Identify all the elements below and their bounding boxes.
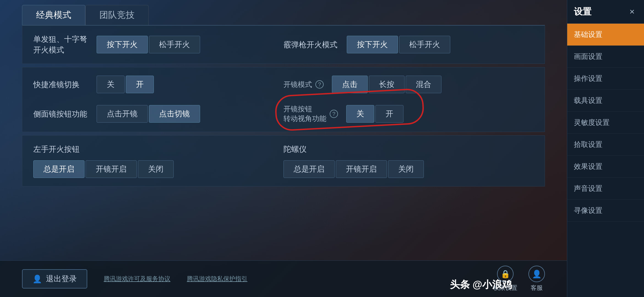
scope-mode-tap-btn[interactable]: 点击 bbox=[332, 76, 368, 93]
rotate-view-setting: 开镜按钮 转动视角功能 ? 关 开 bbox=[283, 104, 534, 123]
sidebar-item-display[interactable]: 画面设置 bbox=[567, 46, 644, 68]
rotate-view-label-group: 开镜按钮 转动视角功能 ? bbox=[283, 104, 338, 123]
sidebar-item-sound[interactable]: 声音设置 bbox=[567, 178, 644, 200]
shotgun-fire-press-btn[interactable]: 按下开火 bbox=[347, 36, 398, 53]
service-agreement-link[interactable]: 腾讯游戏许可及服务协议 bbox=[104, 275, 170, 283]
scope-row2: 侧面镜按钮功能 点击开镜 点击切镜 bbox=[33, 104, 534, 123]
gyro-buttons: 总是开启 开镜开启 关闭 bbox=[283, 160, 424, 178]
tab-classic[interactable]: 经典模式 bbox=[22, 5, 85, 25]
left-fire-setting: 左手开火按钮 总是开启 开镜开启 关闭 bbox=[33, 144, 283, 178]
section-fire-gyro: 左手开火按钮 总是开启 开镜开启 关闭 bbox=[22, 135, 545, 186]
sidebar-item-control[interactable]: 操作设置 bbox=[567, 68, 644, 90]
scope-mode-help-icon[interactable]: ? bbox=[315, 80, 324, 89]
logout-button[interactable]: 👤 退出登录 bbox=[22, 269, 87, 288]
main-content: 经典模式 团队竞技 单发狙、十字弩开火模式 按下开火 松手开火 bbox=[0, 0, 567, 297]
content-area: 单发狙、十字弩开火模式 按下开火 松手开火 霰弹枪开火模式 按下 bbox=[0, 25, 567, 260]
watermark: 头条 @小浪鸡 bbox=[450, 278, 512, 292]
single-fire-release-btn[interactable]: 松手开火 bbox=[149, 36, 200, 53]
sidebar-title: 设置 bbox=[574, 6, 591, 18]
user-icon: 👤 bbox=[32, 274, 42, 284]
sidebar-item-avatar[interactable]: 寻像设置 bbox=[567, 200, 644, 222]
service-icon: 👤 bbox=[528, 266, 545, 282]
sidebar-item-vehicle[interactable]: 载具设置 bbox=[567, 90, 644, 112]
close-button[interactable]: × bbox=[627, 6, 637, 18]
privacy-link[interactable]: 腾讯游戏隐私保护指引 bbox=[187, 275, 247, 283]
left-fire-scope-btn[interactable]: 开镜开启 bbox=[86, 160, 137, 178]
sidebar-item-basic[interactable]: 基础设置 bbox=[567, 24, 644, 46]
single-fire-buttons: 按下开火 松手开火 bbox=[97, 36, 200, 53]
left-fire-label: 左手开火按钮 bbox=[33, 144, 174, 155]
scope-mode-buttons: 点击 长按 混合 bbox=[332, 76, 441, 93]
gyro-label: 陀螺仪 bbox=[283, 144, 424, 155]
quick-scope-buttons: 关 开 bbox=[97, 76, 154, 93]
single-fire-setting: 单发狙、十字弩开火模式 按下开火 松手开火 bbox=[33, 34, 283, 55]
rotate-view-off-btn[interactable]: 关 bbox=[346, 105, 374, 123]
side-scope-setting: 侧面镜按钮功能 点击开镜 点击切镜 bbox=[33, 105, 283, 123]
gyro-setting: 陀螺仪 总是开启 开镜开启 关闭 bbox=[283, 144, 534, 178]
scope-mode-hold-btn[interactable]: 长按 bbox=[369, 76, 405, 93]
rotate-view-help-icon[interactable]: ? bbox=[330, 110, 338, 118]
left-fire-off-btn[interactable]: 关闭 bbox=[138, 160, 174, 178]
section-scope: 快捷准镜切换 关 开 开镜模式 ? bbox=[22, 67, 545, 132]
shotgun-fire-label: 霰弹枪开火模式 bbox=[283, 39, 339, 50]
scope-mode-mix-btn[interactable]: 混合 bbox=[406, 76, 441, 93]
gyro-scope-btn[interactable]: 开镜开启 bbox=[336, 160, 387, 178]
gyro-always-btn[interactable]: 总是开启 bbox=[283, 160, 335, 178]
tab-team[interactable]: 团队竞技 bbox=[85, 5, 149, 25]
section-fire-mode: 单发狙、十字弩开火模式 按下开火 松手开火 霰弹枪开火模式 按下 bbox=[22, 25, 545, 64]
shotgun-fire-release-btn[interactable]: 松手开火 bbox=[399, 36, 450, 53]
service-button[interactable]: 👤 客服 bbox=[528, 266, 545, 292]
side-scope-switch-btn[interactable]: 点击切镜 bbox=[149, 105, 200, 123]
single-fire-label: 单发狙、十字弩开火模式 bbox=[33, 34, 88, 55]
quick-scope-off-btn[interactable]: 关 bbox=[97, 76, 125, 93]
gyro-off-btn[interactable]: 关闭 bbox=[388, 160, 424, 178]
scope-row1: 快捷准镜切换 关 开 开镜模式 ? bbox=[33, 76, 534, 93]
bottom-links: 腾讯游戏许可及服务协议 腾讯游戏隐私保护指引 bbox=[104, 275, 247, 283]
shotgun-fire-setting: 霰弹枪开火模式 按下开火 松手开火 bbox=[283, 36, 534, 53]
left-fire-buttons: 总是开启 开镜开启 关闭 bbox=[33, 160, 174, 178]
fire-mode-row: 单发狙、十字弩开火模式 按下开火 松手开火 霰弹枪开火模式 按下 bbox=[33, 34, 534, 55]
single-fire-press-btn[interactable]: 按下开火 bbox=[97, 36, 148, 53]
side-scope-label: 侧面镜按钮功能 bbox=[33, 109, 88, 119]
tabs-row: 经典模式 团队竞技 bbox=[0, 0, 567, 25]
sidebar-item-effect[interactable]: 效果设置 bbox=[567, 156, 644, 178]
quick-scope-on-btn[interactable]: 开 bbox=[126, 76, 154, 93]
side-scope-buttons: 点击开镜 点击切镜 bbox=[97, 105, 200, 123]
sidebar: 设置 × 基础设置 画面设置 操作设置 载具设置 灵敏度设置 拾取设置 效果设置… bbox=[567, 0, 644, 297]
rotate-view-buttons: 关 开 bbox=[346, 105, 403, 123]
rotate-view-on-btn[interactable]: 开 bbox=[375, 105, 403, 123]
sidebar-item-sensitivity[interactable]: 灵敏度设置 bbox=[567, 112, 644, 134]
sidebar-item-pickup[interactable]: 拾取设置 bbox=[567, 134, 644, 156]
shotgun-fire-buttons: 按下开火 松手开火 bbox=[347, 36, 450, 53]
quick-scope-label: 快捷准镜切换 bbox=[33, 79, 88, 90]
scope-mode-setting: 开镜模式 ? 点击 长按 混合 bbox=[283, 76, 534, 93]
fire-gyro-row: 左手开火按钮 总是开启 开镜开启 关闭 bbox=[33, 144, 534, 178]
quick-scope-setting: 快捷准镜切换 关 开 bbox=[33, 76, 283, 93]
sidebar-header: 设置 × bbox=[567, 0, 644, 24]
scope-mode-label-group: 开镜模式 ? bbox=[283, 80, 324, 89]
side-scope-open-btn[interactable]: 点击开镜 bbox=[97, 105, 148, 123]
scope-content: 快捷准镜切换 关 开 开镜模式 ? bbox=[33, 76, 534, 123]
left-fire-always-btn[interactable]: 总是开启 bbox=[33, 160, 84, 178]
